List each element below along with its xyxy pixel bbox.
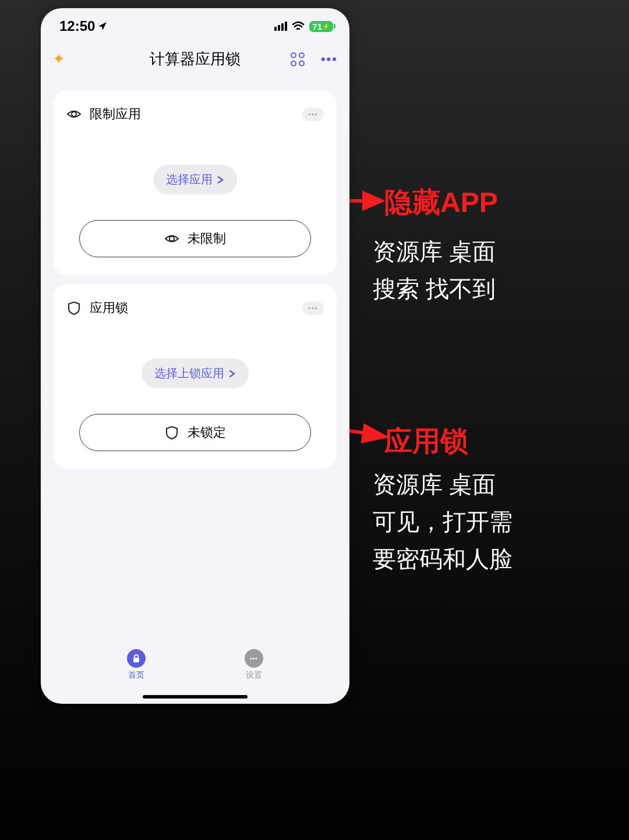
card-lock-title: 应用锁: [90, 299, 128, 317]
nav-settings[interactable]: ••• 设置: [245, 649, 263, 680]
annotation-side1-title: 隐藏APP: [384, 180, 498, 225]
select-lock-app-button[interactable]: 选择上锁应用: [142, 359, 249, 388]
battery-icon: 71⚡: [309, 21, 333, 32]
shield-icon: [164, 425, 179, 440]
svg-point-4: [72, 112, 76, 116]
card-lock-more[interactable]: •••: [302, 302, 324, 315]
status-right: 71⚡: [274, 21, 333, 32]
location-icon: [97, 21, 108, 31]
annotation-side1-desc: 资源库 桌面 搜索 找不到: [373, 233, 496, 307]
unrestricted-button[interactable]: 未限制: [79, 220, 311, 257]
chevron-right-icon: [229, 370, 236, 378]
phone-screen: 12:50 71⚡ ✦ 计算器应用锁 ••• 限制应用 ••• 选择应用: [41, 8, 349, 704]
eye-icon: [164, 231, 179, 246]
eye-icon: [66, 107, 82, 122]
svg-rect-6: [133, 658, 139, 662]
wifi-icon: [292, 21, 305, 31]
signal-icon: [274, 22, 287, 31]
svg-point-5: [169, 236, 174, 241]
card-restrict-more[interactable]: •••: [302, 108, 324, 121]
home-indicator[interactable]: [143, 695, 248, 699]
app-header: ✦ 计算器应用锁 •••: [41, 37, 349, 81]
app-title: 计算器应用锁: [150, 49, 241, 69]
sparkle-icon[interactable]: ✦: [52, 50, 65, 68]
annotation-side2-desc: 资源库 桌面 可见，打开需 要密码和人脸: [373, 466, 513, 577]
card-restrict-title: 限制应用: [90, 105, 141, 123]
svg-marker-3: [363, 426, 384, 441]
status-time: 12:50: [59, 18, 108, 34]
card-restrict: 限制应用 ••• 选择应用 未限制: [54, 90, 337, 275]
annotation-side2-title: 应用锁: [384, 419, 468, 464]
unlocked-button[interactable]: 未锁定: [79, 414, 311, 451]
svg-marker-1: [364, 193, 381, 208]
nav-home[interactable]: 首页: [127, 649, 146, 680]
lock-icon: [127, 649, 146, 668]
shield-icon: [66, 300, 82, 316]
card-lock: 应用锁 ••• 选择上锁应用 未锁定: [54, 284, 337, 469]
select-app-button[interactable]: 选择应用: [153, 165, 237, 194]
chevron-right-icon: [217, 176, 224, 184]
grid-icon[interactable]: [291, 52, 305, 66]
more-horizontal-icon: •••: [245, 649, 263, 668]
more-icon[interactable]: •••: [321, 52, 338, 67]
bottom-nav: 首页 ••• 设置: [41, 649, 349, 693]
status-bar: 12:50 71⚡: [41, 8, 349, 37]
